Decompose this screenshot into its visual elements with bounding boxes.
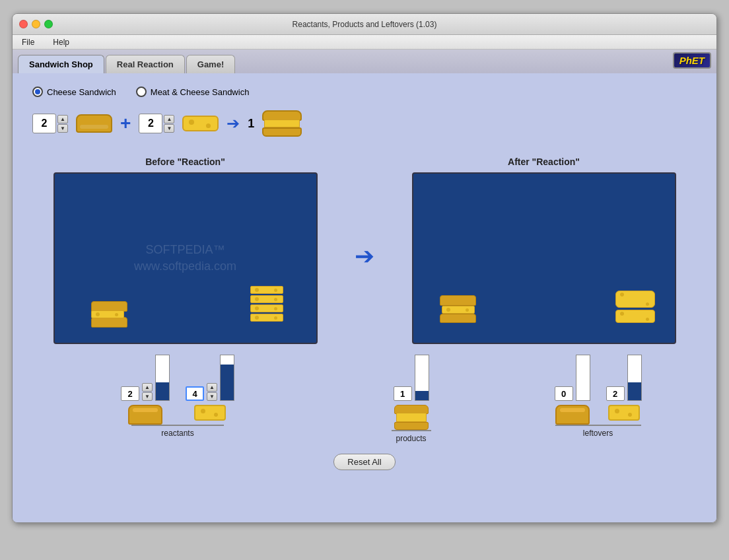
reactant2-bar-container: 4 ▲ ▼ [186, 355, 234, 401]
reactant2-icon [194, 405, 226, 421]
after-label: After "Reaction" [508, 157, 580, 167]
products-section: 1 products [392, 355, 431, 443]
phet-logo: PhET [673, 52, 711, 69]
leftover-cheese-2 [615, 310, 655, 323]
cheese-2 [250, 304, 283, 312]
reactant2-spinner: ▲ ▼ [164, 115, 174, 133]
after-panel-section: After "Reaction" [384, 157, 703, 344]
sandwich-bottom [262, 127, 302, 137]
tab-real-reaction[interactable]: Real Reaction [106, 55, 185, 73]
cheese-layer [91, 310, 124, 318]
bread-eq-icon [76, 114, 112, 133]
tab-bar: Sandwich Shop Real Reaction Game! PhET [13, 50, 716, 73]
after-bread-top [440, 295, 476, 306]
reactant1-bar-up[interactable]: ▲ [142, 383, 153, 392]
window-controls [19, 20, 53, 28]
product1-display: 1 [394, 386, 412, 401]
reaction-panels: Before "Reaction" SOFTPEDIA™ www.softped… [26, 157, 703, 344]
leftovers-divider [555, 425, 641, 426]
cheese-4 [250, 286, 283, 294]
reset-area: Reset All [26, 454, 703, 470]
leftover2-bar-container: 2 [606, 355, 642, 401]
leftover1-icon [555, 405, 590, 425]
after-cheese [442, 306, 475, 314]
reactant1-down[interactable]: ▼ [57, 124, 68, 133]
leftover2-control: 2 [606, 355, 642, 425]
tab-sandwich-shop[interactable]: Sandwich Shop [18, 55, 104, 73]
cheese-radio-button[interactable] [32, 87, 43, 97]
file-menu[interactable]: File [18, 36, 38, 48]
after-reaction-box [412, 172, 676, 344]
cheese-layer1 [91, 310, 127, 318]
sandwich-eq-icon [262, 110, 302, 137]
reactants-label: reactants [161, 429, 193, 438]
product1-bar-container: 1 [394, 355, 429, 401]
reactant2-up[interactable]: ▲ [164, 115, 174, 123]
close-button[interactable] [19, 20, 28, 28]
leftover2-icon [608, 405, 640, 421]
bread-top [91, 317, 127, 328]
reactant2-bar-up[interactable]: ▲ [207, 383, 217, 392]
products-label: products [396, 434, 426, 443]
controls-area: 2 ▲ ▼ [26, 355, 703, 443]
products-divider [392, 430, 431, 431]
leftover1-bar-container: 0 [555, 355, 590, 401]
reactant2-fill [221, 365, 234, 400]
help-menu[interactable]: Help [49, 36, 73, 48]
big-arrow-icon: ➔ [355, 242, 374, 270]
equation-row: 2 ▲ ▼ + 2 ▲ ▼ ➔ [32, 110, 703, 137]
leftover2-fill [628, 382, 641, 400]
reactant2-control: 4 ▲ ▼ [186, 355, 234, 425]
reactant1-spinner: ▲ ▼ [57, 115, 68, 133]
reset-all-button[interactable]: Reset All [333, 454, 395, 470]
reactant2-value: 2 [139, 114, 162, 133]
reactant2-bar-down[interactable]: ▼ [207, 392, 217, 401]
meat-cheese-radio-button[interactable] [136, 87, 147, 97]
minimize-button[interactable] [32, 20, 40, 28]
cheese-sandwich-label: Cheese Sandwich [47, 87, 116, 97]
after-controls: 1 products [330, 355, 703, 443]
product1-fill [415, 391, 429, 400]
reactant2-bar [220, 355, 234, 401]
leftovers-section: 0 2 [555, 355, 642, 443]
after-leftover-cheese [615, 291, 655, 323]
maximize-button[interactable] [44, 20, 53, 28]
leftover1-control: 0 [555, 355, 590, 425]
reactant1-input: 2 ▲ ▼ [32, 114, 68, 133]
reactant1-up[interactable]: ▲ [57, 115, 68, 123]
reactant2-display: 4 [186, 386, 204, 401]
meat-cheese-sandwich-label: Meat & Cheese Sandwich [151, 87, 250, 97]
reactant1-display: 2 [121, 386, 139, 401]
meat-cheese-sandwich-option[interactable]: Meat & Cheese Sandwich [136, 87, 250, 97]
product1-control: 1 [394, 355, 429, 430]
reactants-divider [131, 425, 224, 426]
reactant1-bar-spinner: ▲ ▼ [142, 383, 153, 401]
tab-game[interactable]: Game! [186, 55, 235, 73]
leftovers-label: leftovers [583, 429, 613, 438]
reactant2-down[interactable]: ▼ [164, 124, 174, 133]
cheese-3 [250, 295, 283, 303]
sandwich-middle [264, 120, 300, 127]
cheese-sandwich-option[interactable]: Cheese Sandwich [32, 87, 116, 97]
menu-bar: File Help [13, 35, 716, 50]
sandwich-type-selector: Cheese Sandwich Meat & Cheese Sandwich [32, 87, 703, 97]
leftover2-bar [627, 355, 642, 401]
leftover-cheese-1 [615, 291, 655, 308]
bread-visual [76, 114, 112, 133]
product1-bar [415, 355, 429, 401]
window-title: Reactants, Products and Leftovers (1.03) [293, 20, 437, 29]
reactant1-bar-down[interactable]: ▼ [142, 392, 153, 401]
after-bread-bottom [440, 314, 476, 323]
title-bar: Reactants, Products and Leftovers (1.03) [13, 14, 716, 35]
panels-arrow: ➔ [345, 242, 384, 270]
leftovers-items-row: 0 2 [555, 355, 642, 425]
sandwich-bottom-icon [394, 422, 429, 430]
cheese-1 [250, 314, 283, 322]
leftover2-display: 2 [606, 386, 625, 401]
watermark: SOFTPEDIA™ www.softpedia.com [134, 242, 236, 275]
before-sandwich-items [91, 301, 127, 326]
reactant1-fill [156, 382, 169, 400]
reactants-items-row: 2 ▲ ▼ [121, 355, 234, 425]
reactant1-value: 2 [32, 114, 56, 133]
leftover1-bar [576, 355, 590, 401]
